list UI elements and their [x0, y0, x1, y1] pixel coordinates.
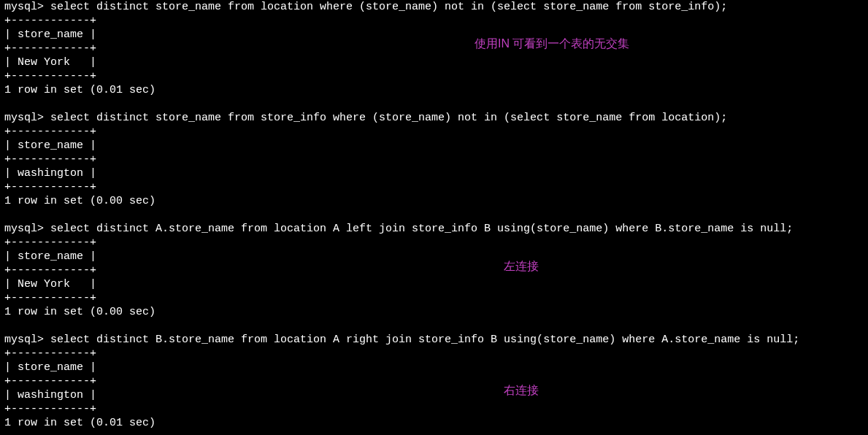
- prompt: mysql>: [4, 334, 50, 346]
- annotation-left-join: 左连接: [504, 259, 539, 273]
- prompt: mysql>: [4, 223, 50, 235]
- result-footer: 1 row in set (0.01 sec): [4, 83, 868, 97]
- sql-text: select distinct B.store_name from locati…: [50, 334, 799, 346]
- table-border: +------------+: [4, 180, 868, 194]
- sql-text: select distinct A.store_name from locati…: [50, 223, 793, 235]
- table-border: +------------+: [4, 236, 868, 250]
- sql-text: select distinct store_name from location…: [50, 1, 727, 13]
- annotation-in-clause: 使用IN 可看到一个表的无交集: [475, 36, 629, 50]
- table-row: | washington |: [4, 166, 868, 180]
- result-footer: 1 row in set (0.00 sec): [4, 194, 868, 208]
- annotation-right-join: 右连接: [504, 383, 539, 397]
- table-border: +------------+: [4, 153, 868, 166]
- blank-line: [4, 319, 868, 333]
- table-row: | New York |: [4, 55, 868, 69]
- table-border: +------------+: [4, 347, 868, 361]
- prompt: mysql>: [4, 112, 50, 124]
- table-header: | store_name |: [4, 139, 868, 153]
- table-row: | New York |: [4, 277, 868, 291]
- prompt: mysql>: [4, 1, 50, 13]
- table-border: +------------+: [4, 125, 868, 139]
- terminal-line-query-3: mysql> select distinct A.store_name from…: [4, 222, 868, 236]
- table-row: | washington |: [4, 388, 868, 402]
- table-border: +------------+: [4, 374, 868, 388]
- terminal-line-query-4: mysql> select distinct B.store_name from…: [4, 333, 868, 347]
- table-header: | store_name |: [4, 361, 868, 374]
- table-border: +------------+: [4, 42, 868, 55]
- sql-text: select distinct store_name from store_in…: [50, 112, 727, 124]
- terminal-line-query-2: mysql> select distinct store_name from s…: [4, 111, 868, 125]
- blank-line: [4, 208, 868, 222]
- table-header: | store_name |: [4, 250, 868, 263]
- table-header: | store_name |: [4, 28, 868, 42]
- terminal-line-query-1: mysql> select distinct store_name from l…: [4, 0, 868, 14]
- blank-line: [4, 97, 868, 111]
- table-border: +------------+: [4, 291, 868, 305]
- table-border: +------------+: [4, 69, 868, 83]
- table-border: +------------+: [4, 14, 868, 28]
- result-footer: 1 row in set (0.01 sec): [4, 416, 868, 430]
- table-border: +------------+: [4, 263, 868, 277]
- result-footer: 1 row in set (0.00 sec): [4, 305, 868, 319]
- table-border: +------------+: [4, 402, 868, 416]
